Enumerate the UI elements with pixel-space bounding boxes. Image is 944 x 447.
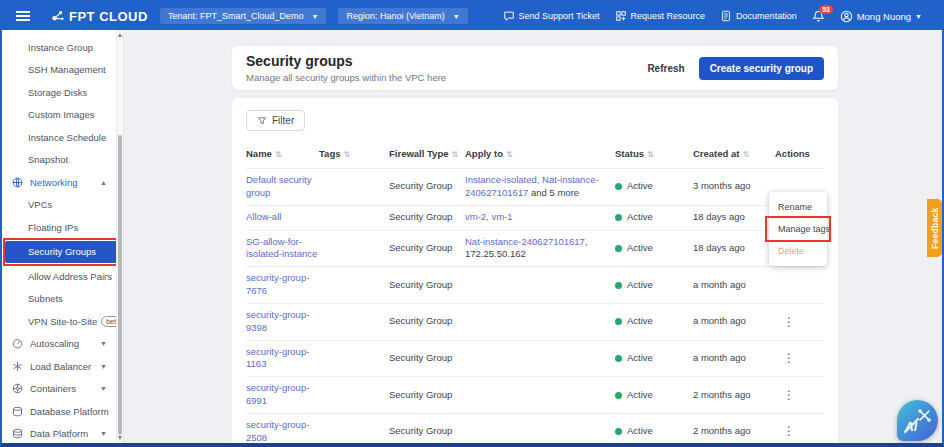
- sidebar-item-data-platform[interactable]: Data Platform▼: [2, 423, 123, 444]
- cell-apply-to: vm-2, vm-1: [465, 211, 615, 224]
- table-row: security-group-7676Security GroupActivea…: [246, 267, 824, 304]
- column-header-status[interactable]: Status⇅: [615, 148, 693, 159]
- cell-created-at: a month ago: [693, 279, 775, 292]
- sidebar-item-vpcs[interactable]: VPCs: [2, 194, 123, 217]
- sidebar-item-networking[interactable]: Networking▲: [2, 171, 123, 194]
- nav-link-documentation[interactable]: Documentation: [720, 10, 797, 22]
- apply-to-link[interactable]: vm-2, vm-1: [465, 211, 513, 222]
- sidebar-scrollbar[interactable]: [116, 30, 123, 443]
- sidebar-item-instance-group[interactable]: Instance Group: [2, 36, 123, 59]
- status-label: Active: [627, 279, 653, 290]
- security-group-name-link[interactable]: security-group-7676: [246, 272, 309, 296]
- column-header-name[interactable]: Name⇅: [246, 148, 319, 159]
- sidebar-item-subnets[interactable]: Subnets: [2, 288, 123, 311]
- sidebar-item-label: Containers: [30, 383, 76, 394]
- cell-firewall-type: Security Group: [389, 211, 465, 224]
- security-group-name-link[interactable]: security-group-6991: [246, 382, 309, 406]
- cell-status: Active: [615, 211, 693, 224]
- table-row: security-group-6991Security GroupActive2…: [246, 377, 824, 414]
- chevron-down-icon: ▼: [100, 363, 107, 370]
- table-row: Default security groupSecurity GroupInst…: [246, 169, 824, 206]
- filter-button[interactable]: Filter: [246, 110, 305, 131]
- user-icon: [840, 10, 853, 23]
- sort-icon[interactable]: ⇅: [647, 150, 654, 159]
- sidebar-item-load-balancer[interactable]: Load Balancer▼: [2, 355, 123, 378]
- security-group-name-link[interactable]: SG-allow-for-isolated-instance: [246, 236, 317, 260]
- sidebar-item-custom-images[interactable]: Custom Images: [2, 104, 123, 127]
- cell-status: Active: [615, 242, 693, 255]
- column-header-tags[interactable]: Tags⇅: [319, 148, 389, 159]
- sidebar-item-instance-schedule[interactable]: Instance Schedule: [2, 126, 123, 149]
- sidebar-item-security-groups[interactable]: Security Groups: [5, 241, 120, 264]
- ai-assistant-button[interactable]: AI: [897, 400, 938, 441]
- cell-firewall-type: Security Group: [389, 425, 465, 438]
- sort-icon[interactable]: ⇅: [506, 150, 513, 159]
- nav-link-request-resource[interactable]: Request Resource: [615, 10, 706, 22]
- sidebar-item-label: Snapshot: [28, 154, 68, 165]
- sidebar-item-storage-disks[interactable]: Storage Disks: [2, 81, 123, 104]
- cell-created-at: 2 months ago: [693, 389, 775, 402]
- sidebar-item-ssh-management[interactable]: SSH Management: [2, 59, 123, 82]
- sidebar-item-database-platform[interactable]: Database Platform▼: [2, 400, 123, 423]
- brand-logo[interactable]: FPT CLOUD: [50, 9, 148, 24]
- cell-created-at: a month ago: [693, 315, 775, 328]
- chat-icon: [503, 10, 515, 22]
- nav-link-send-support-ticket[interactable]: Send Support Ticket: [503, 10, 600, 22]
- sidebar-item-autoscaling[interactable]: Autoscaling▼: [2, 333, 123, 356]
- column-header-firewall-type[interactable]: Firewall Type⇅: [389, 148, 465, 159]
- feedback-tab[interactable]: Feedback: [927, 199, 942, 257]
- cell-created-at: a month ago: [693, 352, 775, 365]
- region-selector[interactable]: Region: Hanoi (Vietnam) ▼: [338, 8, 467, 24]
- security-group-name-link[interactable]: Default security group: [246, 174, 311, 198]
- sidebar-item-label: VPCs: [28, 199, 52, 210]
- notifications-button[interactable]: 53: [812, 10, 825, 23]
- create-security-group-button[interactable]: Create security group: [699, 57, 824, 80]
- scroll-up-icon[interactable]: [118, 33, 122, 37]
- table-header-row: Name⇅Tags⇅Firewall Type⇅Apply to⇅Status⇅…: [246, 143, 824, 169]
- security-group-name-link[interactable]: Allow-all: [246, 211, 281, 222]
- status-dot-icon: [615, 282, 622, 289]
- status-dot-icon: [615, 214, 622, 221]
- security-group-name-link[interactable]: security-group-9398: [246, 309, 309, 333]
- menu-item-rename[interactable]: Rename: [769, 196, 827, 218]
- security-group-name-link[interactable]: security-group-1163: [246, 346, 309, 370]
- sort-icon[interactable]: ⇅: [742, 150, 749, 159]
- grid-plus-icon: [615, 10, 627, 22]
- sidebar-item-label: VPN Site-to-Site: [28, 316, 97, 327]
- scroll-down-icon[interactable]: [118, 436, 122, 440]
- kebab-menu-icon[interactable]: ⋮: [775, 424, 803, 438]
- containers-icon: [12, 383, 23, 394]
- security-groups-table-card: Filter Name⇅Tags⇅Firewall Type⇅Apply to⇅…: [232, 98, 838, 443]
- user-menu[interactable]: Mong Nuong ▼: [840, 10, 922, 23]
- kebab-menu-icon[interactable]: ⋮: [775, 351, 803, 365]
- column-header-created-at[interactable]: Created at⇅: [693, 148, 775, 159]
- hamburger-menu-icon[interactable]: [16, 11, 30, 21]
- sidebar-item-containers[interactable]: Containers▼: [2, 378, 123, 401]
- sidebar-item-allow-address-pairs[interactable]: Allow Address Pairs: [2, 265, 123, 288]
- tenant-selector[interactable]: Tenant: FPT_Smart_Cloud_Demo ▼: [160, 8, 327, 24]
- sort-icon[interactable]: ⇅: [451, 150, 458, 159]
- fpt-cloud-logo-icon: [50, 9, 65, 24]
- cell-status: Active: [615, 315, 693, 328]
- refresh-button[interactable]: Refresh: [647, 63, 684, 74]
- apply-to-link[interactable]: Nat-instance-240627101617: [465, 236, 585, 247]
- menu-item-delete[interactable]: Delete: [769, 240, 827, 262]
- kebab-menu-icon[interactable]: ⋮: [775, 388, 803, 402]
- sidebar-item-floating-ips[interactable]: Floating IPs: [2, 216, 123, 239]
- scrollbar-thumb[interactable]: [118, 135, 122, 435]
- sidebar-item-vpn-site-to-site[interactable]: VPN Site-to-Sitebeta: [2, 310, 123, 333]
- sidebar-item-snapshot[interactable]: Snapshot: [2, 149, 123, 172]
- kebab-menu-icon[interactable]: ⋮: [775, 315, 803, 329]
- page-title: Security groups: [246, 53, 446, 69]
- main-content: Security groups Manage all security grou…: [124, 30, 942, 443]
- menu-item-manage-tags[interactable]: Manage tags: [769, 218, 827, 240]
- sort-icon[interactable]: ⇅: [275, 150, 282, 159]
- column-header-apply-to[interactable]: Apply to⇅: [465, 148, 615, 159]
- status-label: Active: [627, 425, 653, 436]
- sort-icon[interactable]: ⇅: [343, 150, 350, 159]
- status-label: Active: [627, 242, 653, 253]
- sidebar-item-label: SSH Management: [28, 64, 106, 75]
- cell-status: Active: [615, 279, 693, 292]
- security-group-name-link[interactable]: security-group-2508: [246, 419, 309, 443]
- cell-apply-to: Nat-instance-240627101617, 172.25.50.162: [465, 236, 615, 262]
